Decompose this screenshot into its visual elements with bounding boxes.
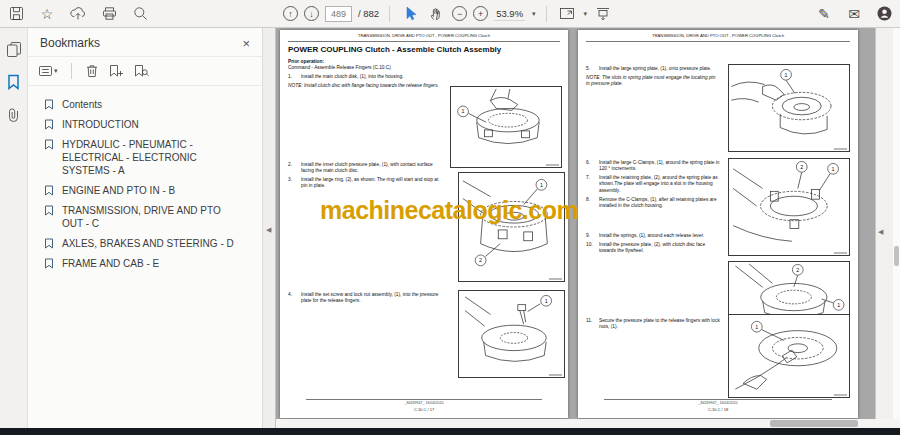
bookmark-item-hydraulic-systems[interactable]: HYDRAULIC - PNEUMATIC - ELECTRICAL - ELE… (44, 134, 258, 180)
close-icon[interactable]: × (242, 37, 250, 50)
step-11: 11. Secure the pressure plate to the rel… (586, 318, 720, 331)
callout-number: 2 (479, 257, 482, 263)
page-number-input[interactable] (325, 6, 352, 22)
print-icon[interactable] (99, 3, 119, 25)
bookmarks-panel: Bookmarks × ▾ Contents (28, 28, 262, 428)
zoom-in-button[interactable]: + (473, 6, 488, 21)
step-10: 10. Install the pressure plate, (2), wit… (586, 242, 720, 255)
page-header: TRANSMISSION, DRIVE AND PTO OUT - POWER … (280, 33, 568, 38)
expand-tools-panel-icon[interactable]: ◀ (878, 228, 883, 235)
callout-number: 1 (540, 182, 543, 188)
panel-splitter[interactable]: ◀ (262, 28, 276, 428)
horizontal-scrollbar-thumb[interactable] (770, 420, 858, 427)
share-upload-icon[interactable] (68, 3, 88, 25)
vertical-scrollbar-thumb[interactable] (894, 246, 899, 266)
bookmark-label: TRANSMISSION, DRIVE AND PTO OUT - C (62, 204, 234, 230)
bookmark-label: AXLES, BRAKES AND STEERING - D (62, 237, 234, 250)
zoom-dropdown-caret-icon[interactable]: ▾ (532, 10, 536, 18)
select-tool-icon[interactable] (400, 3, 420, 25)
bookmark-label: HYDRAULIC - PNEUMATIC - ELECTRICAL - ELE… (62, 138, 234, 177)
footer-doc-code: _84269947_ 16/04/2010 (280, 401, 568, 405)
options-caret-icon[interactable]: ▾ (54, 67, 58, 75)
zoom-level-value[interactable]: 53.9% (494, 7, 525, 21)
figure-code (834, 252, 847, 254)
next-page-button[interactable]: ↓ (304, 6, 319, 21)
header-rule (586, 41, 850, 42)
footer-rule (604, 399, 832, 400)
toolbar-divider (389, 6, 390, 22)
toolbar-divider (546, 6, 547, 22)
prior-operation-command: Command - Assemble Release Fingers (C.10… (288, 65, 391, 71)
toolbar-left-group: ☆ (6, 0, 150, 27)
bookmark-label: FRAME AND CAB - E (62, 257, 159, 270)
account-avatar-icon[interactable] (874, 3, 894, 25)
top-toolbar: ☆ ↑ ↓ / 882 − + 53.9% (0, 0, 900, 28)
step-9: 9. Install the springs, (1), around each… (586, 233, 720, 239)
previous-page-button[interactable]: ↑ (283, 6, 298, 21)
bookmark-label: INTRODUCTION (62, 118, 139, 131)
section-title: POWER COUPLING Clutch - Assemble Clutch … (288, 45, 501, 54)
figure-illustration-3: 1 (458, 290, 565, 378)
taskbar-strip (0, 428, 900, 435)
star-icon[interactable]: ☆ (37, 3, 57, 25)
bookmarks-list: Contents INTRODUCTION HYDRAULIC - PNEUMA… (28, 86, 262, 273)
watermark-text: machinecatalogic.com (320, 196, 578, 225)
page-display-icon[interactable] (593, 3, 613, 25)
send-mail-icon[interactable]: ✉ (844, 3, 864, 25)
step-1: 1. Install the main clutch disk, (1), in… (288, 74, 440, 80)
fit-page-dropdown-caret-icon[interactable]: ▾ (584, 10, 588, 18)
bookmarks-toolbar: ▾ (28, 57, 262, 86)
bookmark-item-contents[interactable]: Contents (44, 94, 258, 114)
callout-number: 1 (832, 166, 835, 172)
new-bookmark-icon[interactable] (108, 64, 124, 78)
collapse-panel-icon[interactable]: ◀ (266, 226, 271, 233)
toolbar-right-group: ✎ ✉ (814, 0, 894, 27)
bookmark-item-engine-pto[interactable]: ENGINE AND PTO IN - B (44, 180, 258, 200)
step-3: 3. Install the large ring, (2), as shown… (288, 177, 440, 190)
bookmark-item-introduction[interactable]: INTRODUCTION (44, 114, 258, 134)
toolbar-center-group: ↑ ↓ / 882 − + 53.9% ▾ ▾ (283, 0, 613, 27)
fit-page-icon[interactable] (557, 3, 577, 25)
bookmark-options-icon[interactable]: ▾ (38, 64, 58, 78)
page-total-label: / 882 (358, 8, 379, 19)
vertical-scrollbar[interactable] (893, 28, 900, 419)
callout-number: 1 (545, 298, 548, 304)
figure-code (834, 148, 847, 150)
step-2: 2. Install the inner clutch pressure pla… (288, 162, 440, 175)
figure-illustration-2: 1 2 (458, 172, 565, 282)
step-8: 8. Remove the C-Clamps, (1), after all r… (586, 197, 720, 210)
horizontal-scrollbar[interactable] (276, 419, 900, 428)
find-current-bookmark-icon[interactable] (133, 64, 149, 78)
step-5: 5. Install the large spring plate, (1), … (586, 66, 720, 72)
callout-number: 1 (755, 324, 758, 330)
page-header: TRANSMISSION, DRIVE AND PTO OUT - POWER … (578, 33, 858, 38)
save-icon[interactable] (6, 3, 26, 25)
delete-bookmark-trash-icon[interactable] (85, 64, 99, 78)
sidebar-nav-rail (0, 28, 28, 428)
zoom-out-button[interactable]: − (452, 6, 467, 21)
page-thumbnails-icon[interactable] (5, 40, 23, 58)
bookmark-label: Contents (62, 98, 102, 111)
fill-sign-pen-icon[interactable]: ✎ (814, 3, 834, 25)
hand-tool-icon[interactable] (426, 3, 446, 25)
bookmark-label: ENGINE AND PTO IN - B (62, 184, 175, 197)
tools-panel-rail: ◀ (875, 28, 893, 419)
search-icon[interactable] (130, 3, 150, 25)
figure-illustration-1: 1 (450, 86, 562, 168)
figure-illustration-7: 1 (728, 314, 850, 398)
bookmark-item-transmission[interactable]: TRANSMISSION, DRIVE AND PTO OUT - C (44, 200, 258, 233)
bookmarks-toolbar-divider (71, 63, 72, 79)
bookmarks-panel-icon[interactable] (5, 73, 23, 91)
document-view-area[interactable]: TRANSMISSION, DRIVE AND PTO OUT - POWER … (276, 28, 875, 419)
attachments-paperclip-icon[interactable] (5, 106, 23, 124)
callout-number: 1 (462, 108, 465, 114)
footer-page-number: C.10.C / 17 (280, 407, 568, 412)
bookmarks-header: Bookmarks × (28, 28, 262, 57)
note-left: NOTE: Install clutch disc with flange fa… (288, 83, 440, 89)
figure-illustration-5: 2 1 (728, 158, 850, 256)
step-6: 6. Install the large C-Clamps, (1), arou… (586, 160, 720, 173)
footer-rule (306, 399, 542, 400)
figure-code (549, 374, 562, 376)
bookmark-item-frame-cab[interactable]: FRAME AND CAB - E (44, 253, 258, 273)
bookmark-item-axles-brakes[interactable]: AXLES, BRAKES AND STEERING - D (44, 233, 258, 253)
